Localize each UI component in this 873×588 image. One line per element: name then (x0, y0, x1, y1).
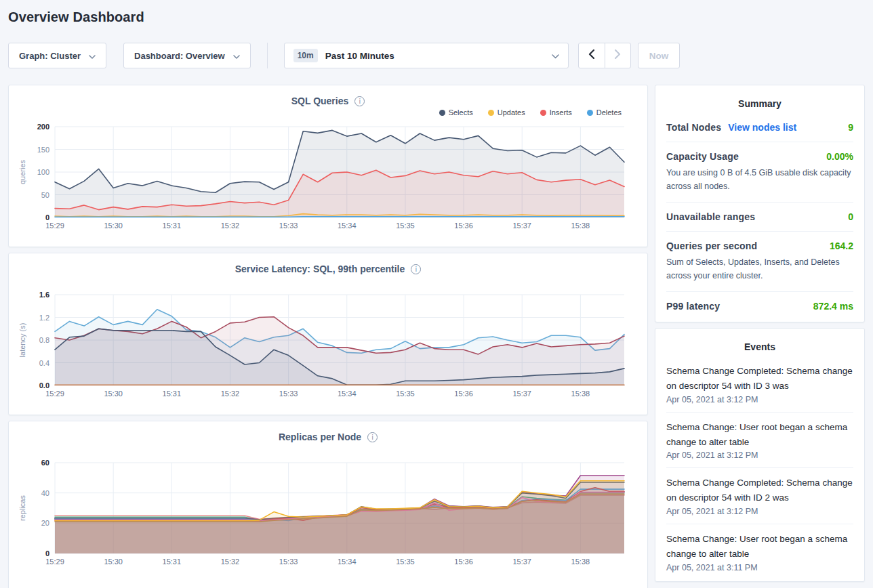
svg-text:15:35: 15:35 (396, 558, 415, 566)
svg-text:15:30: 15:30 (104, 558, 123, 566)
chart-card-replicas-per-node: Replicas per Node i 15:2915:3015:3115:32… (8, 421, 648, 588)
svg-text:15:35: 15:35 (396, 222, 415, 230)
svg-text:1.6: 1.6 (39, 291, 49, 299)
dashboard-controls: Graph: Cluster Dashboard: Overview 10m P… (8, 43, 865, 68)
dashboard-dropdown[interactable]: Dashboard: Overview (123, 43, 251, 68)
svg-text:15:32: 15:32 (221, 390, 240, 398)
svg-text:15:36: 15:36 (454, 390, 473, 398)
chart-title-row: SQL Queries i (17, 85, 639, 106)
time-range-picker[interactable]: 10m Past 10 Minutes (284, 43, 569, 68)
legend-item-selects: Selects (439, 108, 473, 117)
svg-text:15:33: 15:33 (279, 222, 298, 230)
svg-text:15:33: 15:33 (279, 558, 298, 566)
svg-text:replicas: replicas (18, 495, 26, 521)
sql-queries-chart[interactable]: 15:2915:3015:3115:3215:3315:3415:3515:36… (17, 119, 639, 235)
svg-text:15:35: 15:35 (396, 390, 415, 398)
svg-text:15:29: 15:29 (45, 222, 64, 230)
dashboard-dropdown-label: Dashboard: Overview (134, 51, 225, 61)
events-list: Schema Change Completed: Schema change o… (666, 356, 853, 580)
next-range-button[interactable] (605, 43, 630, 68)
replicas-per-node-chart[interactable]: 15:2915:3015:3115:3215:3315:3415:3515:36… (17, 455, 639, 571)
svg-text:15:32: 15:32 (221, 222, 240, 230)
summary-row-total-nodes: Total Nodes View nodes list 9 (666, 113, 853, 142)
svg-text:15:34: 15:34 (338, 390, 357, 398)
legend-item-inserts: Inserts (540, 108, 572, 117)
capacity-desc: You are using 0 B of 4.5 GiB usable disk… (666, 166, 853, 193)
svg-text:15:38: 15:38 (571, 390, 590, 398)
chevron-right-icon (615, 49, 621, 62)
svg-text:150: 150 (37, 146, 49, 154)
legend-dot (587, 110, 593, 116)
events-title: Events (666, 335, 853, 356)
event-message: Schema Change: User root began a schema … (666, 420, 853, 450)
unavailable-value: 0 (848, 211, 853, 222)
legend-item-deletes: Deletes (587, 108, 622, 117)
svg-text:40: 40 (41, 489, 49, 497)
page-title: Overview Dashboard (8, 9, 865, 25)
sidebar-column: Summary Total Nodes View nodes list 9 Ca… (655, 85, 865, 582)
chevron-down-icon (89, 51, 96, 61)
legend-dot (540, 110, 546, 116)
svg-text:0: 0 (45, 213, 49, 222)
qps-value: 164.2 (830, 240, 853, 251)
svg-text:15:31: 15:31 (163, 222, 182, 230)
info-icon[interactable]: i (367, 432, 378, 442)
events-panel: Events Schema Change Completed: Schema c… (655, 328, 865, 582)
summary-row-qps: Queries per second 164.2 Sum of Selects,… (666, 231, 853, 291)
svg-text:0.8: 0.8 (39, 336, 49, 344)
dashboard-main: SQL Queries i SelectsUpdatesInsertsDelet… (8, 85, 865, 588)
graph-dropdown-label: Graph: Cluster (19, 51, 81, 61)
svg-text:15:29: 15:29 (45, 390, 64, 398)
event-timestamp: Apr 05, 2021 at 3:11 PM (666, 563, 853, 572)
event-timestamp: Apr 05, 2021 at 3:12 PM (666, 450, 853, 460)
time-range-nav (578, 43, 631, 68)
svg-text:15:32: 15:32 (221, 558, 240, 566)
time-range-badge: 10m (293, 49, 318, 62)
p99-label: P99 latency (666, 301, 720, 312)
svg-text:100: 100 (37, 168, 49, 176)
summary-row-unavailable: Unavailable ranges 0 (666, 202, 853, 231)
qps-label: Queries per second (666, 240, 757, 251)
svg-text:15:31: 15:31 (163, 558, 182, 566)
svg-text:15:36: 15:36 (454, 222, 473, 230)
event-item: Schema Change: User root began a schema … (666, 412, 853, 468)
svg-text:15:30: 15:30 (104, 222, 123, 230)
event-timestamp: Apr 05, 2021 at 3:12 PM (666, 507, 853, 516)
svg-text:50: 50 (41, 191, 49, 199)
unavailable-label: Unavailable ranges (666, 211, 755, 222)
chart-title-row: Service Latency: SQL, 99th percentile i (17, 253, 639, 274)
legend-item-updates: Updates (488, 108, 525, 117)
chart-legend (17, 442, 639, 455)
capacity-label: Capacity Usage (666, 151, 739, 162)
svg-text:15:34: 15:34 (338, 558, 357, 566)
view-nodes-link[interactable]: View nodes list (728, 122, 796, 133)
event-message: Schema Change Completed: Schema change o… (666, 476, 853, 505)
event-message: Schema Change: User root began a schema … (666, 532, 853, 562)
chart-title: Replicas per Node (279, 432, 361, 442)
chart-card-sql-queries: SQL Queries i SelectsUpdatesInsertsDelet… (8, 85, 648, 247)
legend-dot (439, 110, 445, 116)
total-nodes-label: Total Nodes (666, 122, 721, 133)
info-icon[interactable]: i (354, 96, 365, 106)
svg-text:15:36: 15:36 (454, 558, 473, 566)
info-icon[interactable]: i (411, 264, 421, 274)
time-range-label: Past 10 Minutes (325, 51, 544, 61)
graph-dropdown[interactable]: Graph: Cluster (8, 43, 106, 68)
chevron-down-icon (552, 49, 559, 62)
svg-text:0: 0 (45, 549, 49, 558)
svg-text:15:37: 15:37 (512, 558, 531, 566)
service-latency-chart[interactable]: 15:2915:3015:3115:3215:3315:3415:3515:36… (17, 287, 639, 403)
chart-legend (17, 274, 639, 287)
chart-title-row: Replicas per Node i (17, 421, 639, 442)
charts-column: SQL Queries i SelectsUpdatesInsertsDelet… (8, 85, 648, 588)
p99-value: 872.4 ms (813, 301, 853, 312)
overview-dashboard-page: Overview Dashboard Graph: Cluster Dashbo… (0, 0, 873, 588)
svg-text:0.0: 0.0 (39, 381, 49, 390)
summary-row-p99: P99 latency 872.4 ms (666, 291, 853, 320)
prev-range-button[interactable] (579, 43, 605, 68)
chevron-down-icon (233, 51, 240, 61)
summary-row-capacity: Capacity Usage 0.00% You are using 0 B o… (666, 142, 853, 202)
event-message: Schema Change Completed: Schema change o… (666, 364, 853, 394)
controls-divider (267, 43, 268, 68)
now-button[interactable]: Now (638, 43, 681, 68)
